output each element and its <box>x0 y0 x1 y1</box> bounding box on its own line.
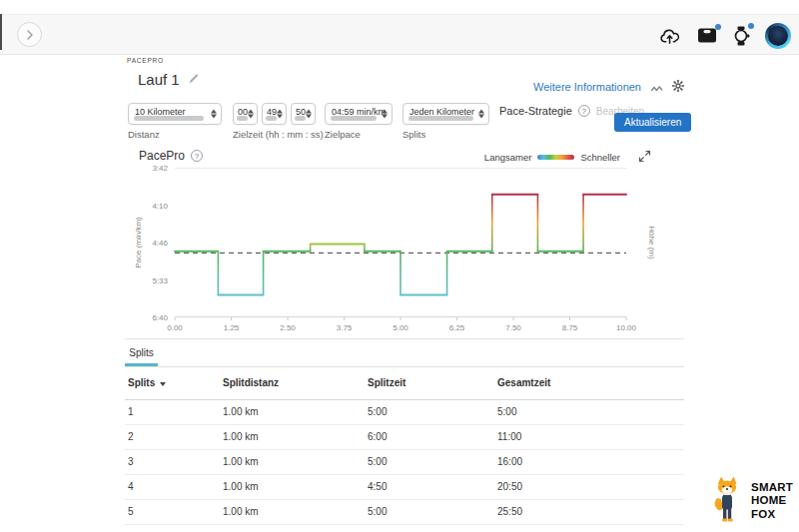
pace-strategy-label: Pace-Strategie <box>499 105 572 117</box>
column-header-splitdistanz: Splitdistanz <box>220 367 365 399</box>
distance-label: Distanz <box>128 129 160 140</box>
legend-gradient-bar <box>537 155 574 160</box>
stepper-icon <box>277 110 283 119</box>
splits-label: Splits <box>402 129 425 140</box>
splits-table: SplitsSplitdistanzSplitzeitGesamtzeit 11… <box>125 367 684 525</box>
y-tick-label: 3:42 <box>152 164 168 173</box>
distance-select[interactable]: 10 Kilometer <box>128 103 222 125</box>
sidebar-expand-button[interactable] <box>17 22 42 47</box>
legend-slower-label: Langsamer <box>484 152 532 163</box>
select-track <box>408 116 473 121</box>
pace-legend: Langsamer Schneller <box>484 152 620 163</box>
pacepro-chart-card: PacePro ? Langsamer Schneller Pace (min/… <box>125 145 684 339</box>
table-cell: 25:50 <box>494 499 684 524</box>
select-track <box>266 116 277 121</box>
x-tick-label: 2.50 <box>280 323 296 332</box>
stepper-icon <box>382 110 388 119</box>
table-cell: 1.00 km <box>220 449 365 474</box>
splits-control: Jeden Kilometer Splits <box>402 103 489 125</box>
table-row: 21.00 km6:0011:00 <box>125 424 684 449</box>
stepper-icon <box>306 110 312 119</box>
brand-line: HOME <box>751 494 793 508</box>
brand-line: FOX <box>751 508 793 522</box>
target-pace-control: 04:59 min/km Zielpace <box>325 103 393 125</box>
table-cell: 3 <box>125 449 220 474</box>
window-edge <box>0 14 2 50</box>
table-row: 41.00 km4:5020:50 <box>125 474 684 499</box>
table-cell: 5:00 <box>365 399 494 424</box>
select-track <box>331 116 377 121</box>
table-cell: 1.00 km <box>220 399 365 424</box>
table-cell: 1.00 km <box>220 424 365 449</box>
pace-chart-svg: 0.001.252.503.755.006.257.508.7510.003:4… <box>175 168 626 335</box>
y-axis-title-right: Höhe (m) <box>647 226 656 259</box>
expand-icon[interactable] <box>638 149 651 167</box>
x-tick-label: 10.00 <box>616 323 637 332</box>
help-icon[interactable]: ? <box>191 150 203 162</box>
column-header-splits[interactable]: Splits <box>125 367 220 399</box>
cloud-upload-icon[interactable] <box>659 27 682 45</box>
hours-select[interactable]: 00 <box>233 103 258 125</box>
minutes-select[interactable]: 49 <box>262 103 287 125</box>
section-eyebrow: PACEPRO <box>127 57 164 64</box>
notification-badge <box>748 23 754 29</box>
splits-table-body: 11.00 km5:005:0021.00 km6:0011:0031.00 k… <box>125 399 684 524</box>
y-tick-label: 6:40 <box>152 313 168 322</box>
smarthomefox-logo: SMART HOME FOX <box>712 475 793 527</box>
topbar-icons <box>659 15 791 56</box>
gear-icon[interactable] <box>672 78 684 96</box>
double-chevron-icon[interactable] <box>650 78 663 96</box>
table-cell: 5 <box>125 499 220 524</box>
tab-splits[interactable]: Splits <box>125 339 158 366</box>
table-cell: 5:00 <box>365 499 494 524</box>
table-cell: 6:00 <box>365 424 494 449</box>
table-cell: 1.00 km <box>220 499 365 524</box>
table-cell: 1.00 km <box>220 474 365 499</box>
header-actions: Weitere Informationen <box>125 78 684 96</box>
table-cell: 16:00 <box>494 449 684 474</box>
brand-wordmark: SMART HOME FOX <box>751 481 793 522</box>
x-tick-label: 7.50 <box>505 323 521 332</box>
table-cell: 11:00 <box>494 424 684 449</box>
column-header-gesamtzeit: Gesamtzeit <box>494 367 684 399</box>
x-tick-label: 0.00 <box>167 323 183 332</box>
stepper-icon <box>248 110 254 119</box>
help-icon[interactable]: ? <box>578 105 590 117</box>
brand-line: SMART <box>751 481 793 495</box>
stepper-icon <box>478 110 484 119</box>
table-cell: 1 <box>125 399 220 424</box>
column-header-splitzeit: Splitzeit <box>365 367 494 399</box>
splits-table-head-row: SplitsSplitdistanzSplitzeitGesamtzeit <box>125 367 684 399</box>
chevron-right-icon <box>26 26 34 44</box>
y-tick-label: 4:10 <box>152 202 168 211</box>
inbox-icon[interactable] <box>697 27 717 44</box>
more-information-link[interactable]: Weitere Informationen <box>533 81 641 93</box>
stepper-icon <box>211 110 217 119</box>
topbar <box>0 14 799 55</box>
table-cell: 20:50 <box>494 474 684 499</box>
avatar[interactable] <box>765 23 791 49</box>
x-tick-label: 8.75 <box>562 323 578 332</box>
notification-badge <box>715 24 721 30</box>
chart-title: PacePro <box>139 149 185 163</box>
target-pace-select[interactable]: 04:59 min/km <box>325 103 393 125</box>
legend-faster-label: Schneller <box>580 152 620 163</box>
distance-control: 10 Kilometer Distanz <box>128 103 222 125</box>
table-cell: 5:00 <box>365 449 494 474</box>
y-axis-title-left: Pace (min/km) <box>134 217 143 268</box>
x-tick-label: 6.25 <box>449 323 465 332</box>
update-button[interactable]: Aktualisieren <box>614 113 691 132</box>
x-tick-label: 5.00 <box>393 323 408 332</box>
seconds-select[interactable]: 50 <box>291 103 316 125</box>
watch-icon[interactable] <box>732 26 750 46</box>
table-cell: 4 <box>125 474 220 499</box>
y-tick-label: 5:33 <box>152 276 168 285</box>
target-time-control: 00 49 50 Zielzeit (hh : mm : ss) <box>233 103 316 125</box>
select-track <box>237 116 248 121</box>
splits-select[interactable]: Jeden Kilometer <box>402 103 489 125</box>
pacepro-page: PACEPRO Lauf 1 Weitere Informationen <box>0 0 799 532</box>
table-cell: 2 <box>125 424 220 449</box>
table-row: 31.00 km5:0016:00 <box>125 449 684 474</box>
table-cell: 5:00 <box>494 399 684 424</box>
chart-title-row: PacePro ? <box>139 149 203 163</box>
